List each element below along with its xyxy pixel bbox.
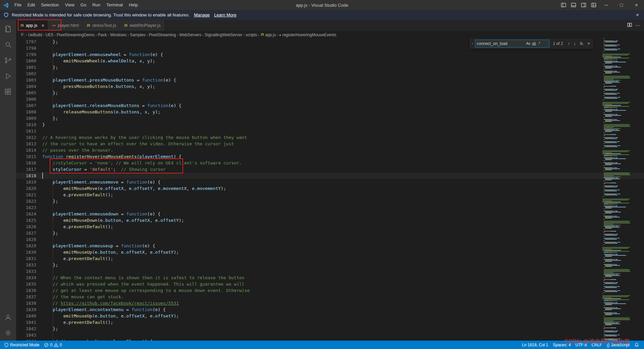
tab-webRtcPlayer.js[interactable]: JSwebRtcPlayer.js — [120, 20, 164, 31]
close-tab-icon[interactable]: × — [42, 22, 45, 28]
breadcrumb-item[interactable]: ◆registerHoveringMouseEvents — [279, 33, 336, 37]
tab-app.js[interactable]: JSapp.js× — [16, 20, 48, 31]
customize-layout-icon[interactable] — [589, 0, 599, 10]
regex-icon[interactable]: .* — [537, 41, 541, 46]
close-find-icon[interactable]: × — [586, 40, 591, 47]
code-line-1806[interactable]: 1806 — [16, 96, 644, 102]
code-line-1827[interactable]: 1827 }; — [16, 230, 644, 236]
toggle-replace-icon[interactable]: › — [471, 41, 474, 46]
breadcrumb-item[interactable]: Pack — [98, 33, 107, 37]
code-line-1815[interactable]: 1815function registerHoveringMouseEvents… — [16, 153, 644, 160]
code-line-1840[interactable]: 1840 emitMouseUp(e.button, e.offsetX, e.… — [16, 313, 644, 319]
breadcrumb-item[interactable]: UE5 — [46, 33, 53, 37]
code-line-1838[interactable]: 1838 // https://github.com/facebook/reac… — [16, 300, 644, 306]
breadcrumb-item[interactable]: WebServers — [179, 33, 202, 37]
breadcrumb-item[interactable]: Windows — [110, 33, 126, 37]
code-line-1800[interactable]: 1800 emitMouseWheel(e.wheelDelta, x, y); — [16, 58, 644, 64]
extensions-icon[interactable] — [0, 84, 16, 100]
code-line-1830[interactable]: 1830 emitMouseUp(e.button, e.offsetX, e.… — [16, 249, 644, 255]
find-in-selection-icon[interactable] — [578, 41, 585, 46]
find-input[interactable]: Aa ab .* — [475, 40, 549, 48]
code-line-1839[interactable]: 1839 playerElement.oncontextmenu = funct… — [16, 306, 644, 313]
code-line-1825[interactable]: 1825 emitMouseDown(e.button, e.offsetX, … — [16, 217, 644, 223]
menu-view[interactable]: View — [62, 0, 77, 10]
split-editor-icon[interactable] — [627, 22, 632, 29]
notifications-bell-icon[interactable] — [632, 341, 641, 349]
code-line-1819[interactable]: 1819 playerElement.onmousemove = functio… — [16, 179, 644, 185]
toggle-sidebar-icon[interactable] — [558, 0, 569, 10]
code-line-1813[interactable]: 1813// the cursor to have an effect over… — [16, 141, 644, 147]
banner-manage-link[interactable]: Manage — [194, 12, 210, 17]
code-line-1801[interactable]: 1801 }; — [16, 64, 644, 70]
code-line-1843[interactable]: 1843 — [16, 332, 644, 338]
problems-status[interactable]: 0 0 — [42, 341, 64, 349]
breadcrumb-item[interactable]: PixelStreamingDemo — [57, 33, 95, 37]
cursor-position-status[interactable]: Ln 1818, Col 1 — [520, 341, 550, 349]
banner-learn-more-link[interactable]: Learn More — [214, 12, 236, 17]
next-match-icon[interactable]: ↓ — [572, 40, 577, 47]
search-icon[interactable] — [0, 37, 16, 52]
toggle-secondary-sidebar-icon[interactable] — [579, 0, 589, 10]
breadcrumb-item[interactable]: F: — [21, 33, 25, 37]
code-line-1822[interactable]: 1822 }; — [16, 198, 644, 204]
code-line-1807[interactable]: 1807 playerElement.releaseMouseButtons =… — [16, 102, 644, 109]
code-line-1810[interactable]: 1810} — [16, 121, 644, 128]
code-line-1841[interactable]: 1841 e.preventDefault(); — [16, 319, 644, 326]
code-line-1831[interactable]: 1831 e.preventDefault(); — [16, 255, 644, 262]
tab-stressTest.js[interactable]: JSstressTest.js — [83, 20, 120, 31]
menu-terminal[interactable]: Terminal — [103, 0, 126, 10]
code-line-1808[interactable]: 1808 releaseMouseButtons(e.buttons, x, y… — [16, 109, 644, 115]
menu-edit[interactable]: Edit — [24, 0, 38, 10]
code-line-1814[interactable]: 1814// passes over the browser. — [16, 147, 644, 153]
code-line-1803[interactable]: 1803 playerElement.pressMouseButtons = f… — [16, 77, 644, 83]
minimize-button[interactable]: ─ — [599, 0, 614, 10]
menu-help[interactable]: Help — [126, 0, 141, 10]
source-control-icon[interactable] — [0, 52, 16, 68]
code-line-1823[interactable]: 1823 — [16, 204, 644, 211]
code-line-1811[interactable]: 1811 — [16, 128, 644, 134]
explorer-icon[interactable] — [0, 21, 16, 37]
menu-run[interactable]: Run — [89, 0, 103, 10]
code-line-1818[interactable]: 1818 — [16, 172, 644, 179]
settings-gear-icon[interactable] — [0, 325, 16, 341]
vertical-scrollbar[interactable] — [639, 39, 644, 341]
maximize-button[interactable]: □ — [614, 0, 629, 10]
code-line-1805[interactable]: 1805 }; — [16, 90, 644, 96]
code-line-1812[interactable]: 1812// A hovering mouse works by the use… — [16, 134, 644, 141]
code-line-1834[interactable]: 1834 // When the context menu is shown t… — [16, 275, 644, 281]
breadcrumb-item[interactable]: PixelStreaming — [149, 33, 176, 37]
banner-close-icon[interactable]: × — [636, 12, 639, 18]
menu-selection[interactable]: Selection — [38, 0, 62, 10]
code-line-1824[interactable]: 1824 playerElement.onmousedown = functio… — [16, 211, 644, 217]
previous-match-icon[interactable]: ↑ — [566, 40, 571, 47]
code-line-1820[interactable]: 1820 emitMouseMove(e.offsetX, e.offsetY,… — [16, 185, 644, 192]
breadcrumb-item[interactable]: Samples — [130, 33, 146, 37]
code-line-1821[interactable]: 1821 e.preventDefault(); — [16, 192, 644, 198]
code-line-1842[interactable]: 1842 }; — [16, 326, 644, 332]
code-line-1817[interactable]: 1817 styleCursor = 'default'; // Showing… — [16, 166, 644, 172]
code-line-1832[interactable]: 1832 }; — [16, 262, 644, 268]
account-icon[interactable] — [0, 309, 16, 325]
code-line-1816[interactable]: 1816 //styleCursor = 'none'; // We will … — [16, 160, 644, 166]
code-editor[interactable]: 1797 };17981799 playerElement.onmousewhe… — [16, 39, 644, 341]
toggle-panel-icon[interactable] — [569, 0, 579, 10]
code-line-1844[interactable]: 1844 if ('onmousewheel' in playerElement… — [16, 338, 644, 341]
tab-player.html[interactable]: <>player.html — [48, 20, 83, 31]
code-line-1833[interactable]: 1833 — [16, 268, 644, 275]
code-line-1836[interactable]: 1836 // get at least one mouse up corres… — [16, 287, 644, 294]
code-line-1837[interactable]: 1837 // the mouse can get stuck. — [16, 294, 644, 300]
run-debug-icon[interactable] — [0, 68, 16, 84]
more-actions-icon[interactable]: ⋯ — [635, 22, 640, 29]
find-query-input[interactable] — [475, 41, 525, 46]
code-line-1802[interactable]: 1802 — [16, 70, 644, 77]
breadcrumb-item[interactable]: SignallingWebServer — [205, 33, 242, 37]
breadcrumb-item[interactable]: UeBuild — [28, 33, 42, 37]
breadcrumb-item[interactable]: scripts — [246, 33, 257, 37]
menu-file[interactable]: File — [11, 0, 24, 10]
code-line-1826[interactable]: 1826 e.preventDefault(); — [16, 223, 644, 230]
minimap[interactable] — [602, 39, 639, 341]
code-line-1804[interactable]: 1804 pressMouseButtons(e.buttons, x, y); — [16, 83, 644, 90]
match-case-icon[interactable]: Aa — [525, 41, 531, 46]
close-window-button[interactable]: × — [629, 0, 644, 10]
menu-go[interactable]: Go — [77, 0, 89, 10]
